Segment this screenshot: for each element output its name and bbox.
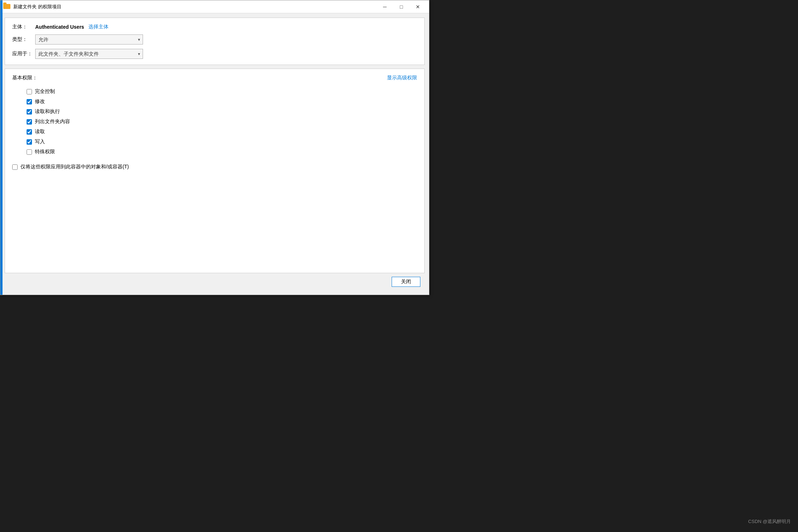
left-accent — [0, 0, 3, 295]
minimize-button[interactable]: ─ — [377, 0, 393, 13]
select-subject-link[interactable]: 选择主体 — [88, 24, 109, 30]
show-advanced-link[interactable]: 显示高级权限 — [387, 75, 417, 81]
checkbox-modify: 修改 — [27, 98, 417, 105]
checkbox-special: 特殊权限 — [27, 149, 417, 155]
window-close-button[interactable]: ✕ — [410, 0, 426, 13]
checkbox-full-control-input[interactable] — [27, 89, 32, 94]
type-select-wrapper: 允许 拒绝 ▼ — [35, 34, 143, 45]
apply-row: 应用于： 此文件夹、子文件夹和文件 ▼ — [12, 49, 417, 59]
subject-row: 主体： Authenticated Users 选择主体 — [12, 24, 417, 30]
window-content: 主体： Authenticated Users 选择主体 类型： 允许 拒绝 ▼… — [0, 13, 429, 295]
checkbox-read: 读取 — [27, 129, 417, 135]
title-bar: 新建文件夹 的权限项目 ─ □ ✕ — [0, 0, 429, 13]
checkbox-write-label: 写入 — [35, 139, 45, 145]
window-title: 新建文件夹 的权限项目 — [13, 4, 377, 10]
checkboxes-area: 完全控制 修改 读取和执行 列出文件夹内容 — [12, 88, 417, 155]
apply-only-checkbox[interactable] — [12, 164, 18, 170]
window-controls: ─ □ ✕ — [377, 0, 426, 13]
type-label: 类型： — [12, 36, 35, 43]
checkbox-list-folder-input[interactable] — [27, 119, 32, 125]
watermark: CSDN @遮风醉明月 — [748, 518, 791, 525]
checkbox-modify-label: 修改 — [35, 98, 45, 105]
checkbox-write: 写入 — [27, 139, 417, 145]
apply-only-label: 仅将这些权限应用到此容器中的对象和/或容器(T) — [20, 164, 129, 170]
folder-icon — [3, 4, 10, 10]
apply-label: 应用于： — [12, 51, 35, 57]
checkbox-full-control-label: 完全控制 — [35, 88, 55, 95]
checkbox-list-folder-label: 列出文件夹内容 — [35, 118, 70, 125]
permissions-section: 基本权限： 显示高级权限 完全控制 修改 读取和执行 — [5, 69, 425, 273]
permissions-header: 基本权限： 显示高级权限 — [12, 75, 417, 81]
checkbox-special-label: 特殊权限 — [35, 149, 55, 155]
checkbox-write-input[interactable] — [27, 139, 32, 145]
close-button[interactable]: 关闭 — [392, 277, 420, 287]
permission-entry-dialog: 新建文件夹 的权限项目 ─ □ ✕ 主体： Authenticated User… — [0, 0, 429, 295]
checkbox-read-execute: 读取和执行 — [27, 108, 417, 115]
checkbox-special-input[interactable] — [27, 149, 32, 155]
checkbox-modify-input[interactable] — [27, 99, 32, 104]
apply-only-row: 仅将这些权限应用到此容器中的对象和/或容器(T) — [12, 164, 417, 170]
checkbox-list-folder: 列出文件夹内容 — [27, 118, 417, 125]
checkbox-read-execute-label: 读取和执行 — [35, 108, 60, 115]
permissions-title: 基本权限： — [12, 75, 37, 81]
subject-value: Authenticated Users — [35, 24, 84, 30]
checkbox-read-execute-input[interactable] — [27, 109, 32, 115]
maximize-button[interactable]: □ — [393, 0, 410, 13]
checkbox-full-control: 完全控制 — [27, 88, 417, 95]
checkbox-read-label: 读取 — [35, 129, 45, 135]
subject-section: 主体： Authenticated Users 选择主体 类型： 允许 拒绝 ▼… — [5, 18, 425, 65]
type-row: 类型： 允许 拒绝 ▼ — [12, 34, 417, 45]
footer-bar: 关闭 — [5, 273, 425, 290]
checkbox-read-input[interactable] — [27, 129, 32, 135]
apply-select-wrapper: 此文件夹、子文件夹和文件 ▼ — [35, 49, 143, 59]
type-select[interactable]: 允许 拒绝 — [35, 34, 143, 45]
apply-select[interactable]: 此文件夹、子文件夹和文件 — [35, 49, 143, 59]
subject-label: 主体： — [12, 24, 35, 30]
